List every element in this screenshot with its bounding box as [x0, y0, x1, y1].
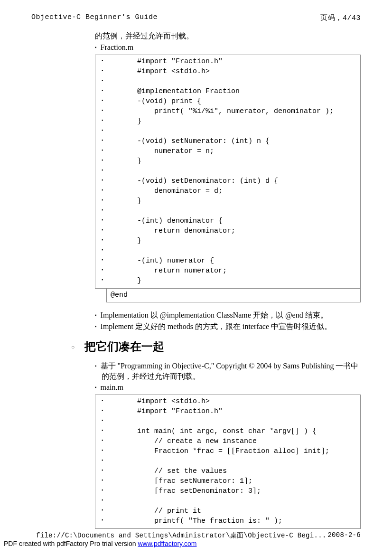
section2-intro: 基于 "Programming in Objective-C," Copyrig… [95, 361, 361, 381]
bullet-icon [99, 127, 137, 137]
code-text: return denominator; [137, 226, 235, 236]
notes-list: Implementation 以 @implementation ClassNa… [95, 310, 361, 331]
code-text: #import <stdio.h> [137, 67, 210, 77]
bullet-icon [99, 276, 137, 286]
bullet-icon [99, 67, 137, 77]
code-line: // create a new instance [99, 437, 356, 447]
code-text: #import <stdio.h> [137, 397, 210, 407]
code-line: -(void) setDenominator: (int) d { [99, 177, 356, 187]
code-line: } [99, 157, 356, 167]
code-line: -(void) setNumerator: (int) n { [99, 137, 356, 147]
bullet-icon [99, 467, 137, 477]
code-line: [frac setNumerator: 1]; [99, 477, 356, 487]
bullet-icon [99, 97, 137, 107]
bullet-icon [99, 117, 137, 127]
code-line: -(int) numerator { [99, 256, 356, 266]
section-heading: ○ 把它们凑在一起 [84, 339, 361, 354]
footer-date: 2008-2-6 [327, 531, 361, 540]
main-content: 的范例，并经过允许而刊载。 Fraction.m #import "Fracti… [0, 22, 361, 529]
code-line [99, 457, 356, 467]
code-text: return numerator; [137, 266, 227, 276]
bullet-icon [99, 517, 137, 527]
code-text: -(void) setDenominator: (int) d { [137, 177, 278, 187]
code-text: } [137, 157, 141, 167]
bullet-icon [99, 77, 137, 87]
code-line: } [99, 276, 356, 286]
code-line: #import <stdio.h> [99, 67, 356, 77]
bullet-icon [99, 487, 137, 497]
code-text: #import "Fraction.h" [137, 57, 223, 67]
code-text: -(int) numerator { [137, 256, 214, 266]
code-text: } [137, 276, 141, 286]
bullet-icon [99, 447, 137, 457]
bullet-icon [99, 407, 137, 417]
page-header: Objective-C Beginner's Guide 页码，4/43 [0, 0, 392, 22]
code-line: // print it [99, 507, 356, 517]
code-line [99, 207, 356, 216]
code-line: return denominator; [99, 226, 356, 236]
bullet-icon [99, 197, 137, 207]
code-line: denominator = d; [99, 187, 356, 197]
code-text: -(void) print { [137, 97, 201, 107]
code-line: [frac setDenominator: 3]; [99, 487, 356, 497]
code-line [99, 246, 356, 256]
code-line: #import "Fraction.h" [99, 57, 356, 67]
code-block-2: #import <stdio.h>#import "Fraction.h"int… [95, 395, 361, 529]
filename-2: main.m [95, 382, 361, 393]
footer-pdf-link[interactable]: www.pdffactory.com [138, 540, 196, 547]
footer-path: file://C:\Documents and Settings\Adminis… [36, 531, 327, 540]
code-line [99, 417, 356, 427]
code-line: #import <stdio.h> [99, 397, 356, 407]
filename-1: Fraction.m [95, 42, 361, 53]
code-text: #import "Fraction.h" [137, 407, 223, 417]
code-text: printf( "%i/%i", numerator, denominator … [137, 107, 334, 117]
bullet-icon [99, 167, 137, 177]
bullet-icon [99, 256, 137, 266]
code-line: printf( "The fraction is: " ); [99, 517, 356, 527]
bullet-icon [99, 157, 137, 167]
bullet-icon [99, 266, 137, 276]
code-text: } [137, 117, 141, 127]
code-line [99, 167, 356, 177]
code-text: numerator = n; [137, 147, 214, 157]
note-item: Implement 定义好的 methods 的方式，跟在 interface … [95, 321, 361, 332]
doc-title: Objective-C Beginner's Guide [31, 13, 158, 22]
bullet-icon [99, 457, 137, 467]
code-text: // print it [137, 507, 201, 517]
code-block-1-end: @end [106, 289, 361, 302]
bullet-icon [99, 236, 137, 246]
bullet-icon [99, 107, 137, 117]
code-text: } [137, 236, 141, 246]
page-number: 页码，4/43 [320, 13, 361, 22]
bullet-icon [99, 507, 137, 517]
bullet-icon [99, 226, 137, 236]
code-text: // set the values [137, 467, 227, 477]
code-text: -(int) denominator { [137, 216, 223, 226]
code-line: int main( int argc, const char *argv[] )… [99, 427, 356, 437]
section-bullet-icon: ○ [71, 344, 75, 351]
code-line: } [99, 117, 356, 127]
footer-pdf-text: PDF created with pdfFactory Pro trial ve… [4, 540, 138, 547]
code-line: #import "Fraction.h" [99, 407, 356, 417]
bullet-icon [99, 147, 137, 157]
code-text: } [137, 197, 141, 207]
page-footer: file://C:\Documents and Settings\Adminis… [0, 531, 392, 547]
bullet-icon [99, 187, 137, 197]
code-line: return numerator; [99, 266, 356, 276]
bullet-icon [99, 57, 137, 67]
code-block-1: #import "Fraction.h"#import <stdio.h>@im… [95, 55, 361, 289]
code-line: Fraction *frac = [[Fraction alloc] init]… [99, 447, 356, 457]
bullet-icon [99, 397, 137, 407]
code-line: @implementation Fraction [99, 87, 356, 97]
intro-paragraph: 的范例，并经过允许而刊载。 [95, 31, 361, 41]
bullet-icon [99, 437, 137, 447]
section-title-text: 把它们凑在一起 [84, 340, 164, 353]
note-item: Implementation 以 @implementation ClassNa… [95, 310, 361, 320]
code-text: denominator = d; [137, 187, 223, 197]
bullet-icon [99, 137, 137, 147]
code-line [99, 127, 356, 137]
bullet-icon [99, 207, 137, 216]
code-line [99, 497, 356, 507]
bullet-icon [99, 216, 137, 226]
bullet-icon [99, 417, 137, 427]
